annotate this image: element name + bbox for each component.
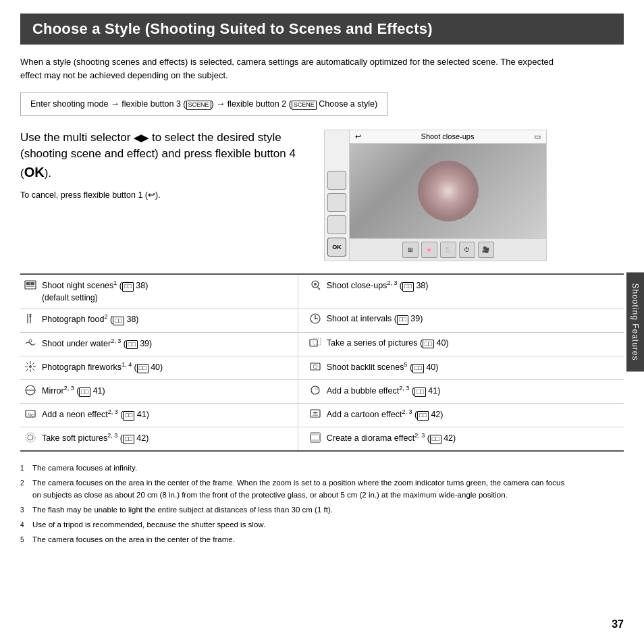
- camera-image: [350, 144, 546, 238]
- instruction-box: Enter shooting mode → flexible button 3 …: [20, 92, 387, 116]
- cartoon-text: Add a cartoon effect2, 3 (□□ 42): [327, 408, 444, 421]
- cam-btn-1[interactable]: [327, 171, 346, 190]
- scene-icon-2: SCENE: [292, 101, 317, 110]
- soft-icon: [23, 431, 38, 446]
- selector-arrows: ◀▶: [134, 132, 149, 143]
- soft-text: Take soft pictures2, 3 (□□ 42): [42, 431, 149, 444]
- page-container: Choose a Style (Shooting Suited to Scene…: [0, 0, 644, 644]
- footnote-4: 4 Use of a tripod is recommended, becaus…: [20, 519, 574, 531]
- camera-ui: OK ↩ Shoot close-ups ▭ ⊞ 🌸 🍴 ⏱ 🎥: [324, 130, 547, 261]
- camera-buttons-left: OK: [325, 130, 350, 261]
- backlit-text: Shoot backlit scenes5 (□□ 40): [327, 360, 439, 373]
- svg-line-24: [32, 363, 34, 365]
- night-scene-text: Shoot night scenes1 (□□ 38)(default sett…: [42, 279, 148, 304]
- footnotes: 1 The camera focuses at infinity. 2 The …: [20, 462, 574, 545]
- underwater-text: Shoot under water2, 3 (□□ 39): [42, 337, 152, 350]
- svg-text:Ne: Ne: [28, 412, 34, 417]
- diorama-icon: [308, 431, 323, 446]
- svg-point-13: [315, 318, 316, 319]
- fireworks-icon: [23, 360, 38, 375]
- diorama-text: Create a diorama effect2, 3 (□□ 42): [327, 431, 456, 444]
- svg-point-31: [311, 386, 319, 394]
- features-table: Shoot night scenes1 (□□ 38)(default sett…: [20, 273, 624, 452]
- bubble-icon: [308, 384, 323, 399]
- cam-icon-2[interactable]: 🌸: [421, 242, 437, 258]
- page-title: Choose a Style (Shooting Suited to Scene…: [20, 14, 624, 45]
- series-text: Take a series of pictures (□□ 40): [327, 337, 449, 349]
- night-scene-icon: [23, 279, 38, 294]
- mirror-icon: [23, 384, 38, 399]
- svg-line-22: [26, 363, 28, 365]
- rose-image: [418, 161, 479, 221]
- svg-line-25: [26, 369, 28, 371]
- back-icon: ↩: [355, 132, 361, 141]
- table-row: Mirror2, 3 (□□ 41) Add a bubble effect2,…: [20, 379, 624, 403]
- table-row: Photograph food2 (□□ 38) Shoot at interv…: [20, 308, 624, 332]
- page-number: 37: [612, 618, 624, 630]
- svg-point-32: [315, 387, 317, 390]
- camera-screen: ↩ Shoot close-ups ▭ ⊞ 🌸 🍴 ⏱ 🎥: [350, 130, 546, 261]
- table-row: Shoot night scenes1 (□□ 38)(default sett…: [20, 274, 624, 308]
- cancel-note: To cancel, press flexible button 1 (↩).: [20, 189, 311, 201]
- cam-ok-btn[interactable]: OK: [327, 238, 346, 257]
- svg-rect-1: [26, 282, 30, 285]
- intro-text: When a style (shooting scenes and effect…: [20, 55, 574, 82]
- neon-icon: Ne: [23, 408, 38, 423]
- footnote-3: 3 The flash may be unable to light the e…: [20, 504, 574, 516]
- svg-rect-41: [311, 439, 320, 442]
- food-icon: [23, 313, 38, 327]
- camera-top-bar: ↩ Shoot close-ups ▭: [350, 130, 546, 144]
- svg-point-38: [28, 435, 33, 440]
- footnote-5: 5 The camera focuses on the area in the …: [20, 534, 574, 546]
- table-row: Take soft pictures2, 3 (□□ 42) Create a …: [20, 427, 624, 452]
- cam-icon-4[interactable]: ⏱: [459, 242, 475, 258]
- cam-btn-3[interactable]: [327, 215, 346, 234]
- series-icon: [308, 337, 323, 352]
- svg-point-17: [29, 365, 32, 368]
- side-tab: Shooting Features: [626, 272, 644, 371]
- fireworks-text: Photograph fireworks1, 4 (□□ 40): [42, 360, 163, 373]
- middle-section: Use the multi selector ◀▶ to select the …: [20, 130, 624, 261]
- mirror-text: Mirror2, 3 (□□ 41): [42, 384, 105, 397]
- battery-icon: ▭: [534, 132, 541, 141]
- close-ups-text: Shoot close-ups2, 3 (□□ 38): [327, 279, 429, 292]
- intervals-icon: [308, 313, 323, 327]
- svg-point-5: [314, 283, 317, 286]
- svg-point-14: [29, 340, 32, 342]
- cam-icon-3[interactable]: 🍴: [440, 242, 456, 258]
- use-instructions: Use the multi selector ◀▶ to select the …: [20, 130, 311, 201]
- svg-rect-2: [30, 282, 34, 285]
- cam-btn-2[interactable]: [327, 193, 346, 212]
- table-row: Ne Add a neon effect2, 3 (□□ 41) Add a c…: [20, 404, 624, 427]
- backlit-icon: [308, 360, 323, 375]
- bubble-text: Add a bubble effect2, 3 (□□ 41): [327, 384, 441, 397]
- svg-line-23: [32, 369, 34, 371]
- svg-rect-40: [311, 433, 320, 435]
- table-row: Photograph fireworks1, 4 (□□ 40) Shoot b…: [20, 356, 624, 379]
- scene-icon-1: SCENE: [186, 101, 211, 110]
- camera-bottom-bar: ⊞ 🌸 🍴 ⏱ 🎥: [350, 238, 546, 261]
- underwater-icon: [23, 337, 38, 352]
- svg-line-6: [318, 288, 320, 290]
- svg-point-37: [26, 433, 35, 442]
- close-ups-icon: [308, 279, 323, 294]
- intervals-text: Shoot at intervals (□□ 39): [327, 313, 423, 325]
- footnote-1: 1 The camera focuses at infinity.: [20, 462, 574, 475]
- table-row: Shoot under water2, 3 (□□ 39) Take a ser…: [20, 332, 624, 356]
- cam-icon-1[interactable]: ⊞: [402, 242, 419, 258]
- neon-text: Add a neon effect2, 3 (□□ 41): [42, 408, 149, 421]
- camera-label: Shoot close-ups: [421, 132, 475, 140]
- cartoon-icon: [308, 408, 323, 423]
- cam-icon-5[interactable]: 🎥: [478, 242, 494, 258]
- ok-symbol: OK: [24, 165, 45, 180]
- footnote-2: 2 The camera focuses on the area in the …: [20, 477, 574, 502]
- food-text: Photograph food2 (□□ 38): [42, 313, 139, 325]
